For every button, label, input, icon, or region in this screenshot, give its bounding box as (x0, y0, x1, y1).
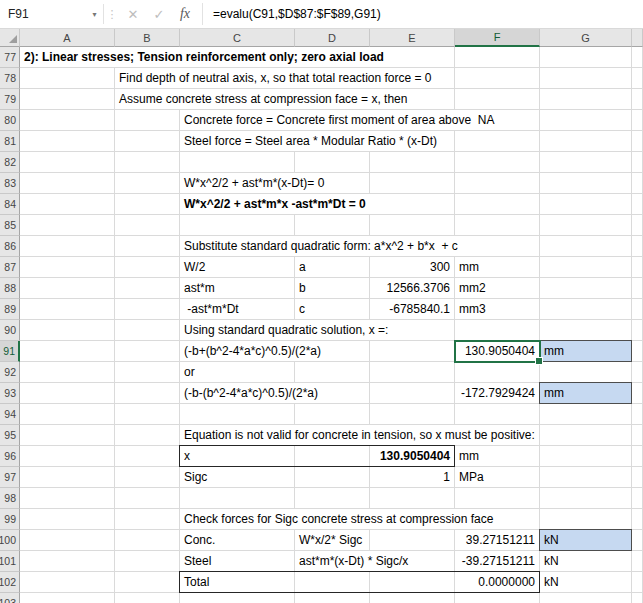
cell-F91[interactable] (455, 341, 540, 362)
cell-A82[interactable] (20, 152, 115, 173)
cell-partial-99[interactable] (632, 509, 643, 530)
cell-G99[interactable] (540, 509, 632, 530)
row-header-79[interactable]: 79 (0, 89, 20, 110)
row-header-96[interactable]: 96 (0, 446, 20, 467)
cell-D93[interactable] (295, 383, 370, 404)
cell-E102[interactable] (370, 572, 455, 593)
row-header-101[interactable]: 101 (0, 551, 20, 572)
cell-G85[interactable] (540, 215, 632, 236)
cell-C98[interactable] (180, 488, 295, 509)
cell-partial-97[interactable] (632, 467, 643, 488)
cell-D87[interactable] (295, 257, 370, 278)
cell-F79[interactable] (455, 89, 540, 110)
cell-E92[interactable] (370, 362, 455, 383)
cell-G93[interactable] (540, 383, 632, 404)
row-header-92[interactable]: 92 (0, 362, 20, 383)
row-header-98[interactable]: 98 (0, 488, 20, 509)
cell-F87[interactable] (455, 257, 540, 278)
cell-C103[interactable] (180, 593, 295, 603)
row-header-84[interactable]: 84 (0, 194, 20, 215)
cell-D100[interactable] (295, 530, 370, 551)
cancel-icon[interactable]: ✕ (120, 0, 146, 28)
cell-A80[interactable] (20, 110, 115, 131)
cell-C79[interactable] (180, 89, 295, 110)
row-header-95[interactable]: 95 (0, 425, 20, 446)
cell-partial-82[interactable] (632, 152, 643, 173)
cell-B83[interactable] (115, 173, 180, 194)
row-header-102[interactable]: 102 (0, 572, 20, 593)
cell-B97[interactable] (115, 467, 180, 488)
cell-D86[interactable] (295, 236, 370, 257)
cell-B87[interactable] (115, 257, 180, 278)
cell-D103[interactable] (295, 593, 370, 603)
cell-B94[interactable] (115, 404, 180, 425)
cell-B91[interactable] (115, 341, 180, 362)
cell-A83[interactable] (20, 173, 115, 194)
cell-C97[interactable] (180, 467, 295, 488)
column-header-D[interactable]: D (295, 29, 370, 47)
cell-G79[interactable] (540, 89, 632, 110)
cell-F101[interactable] (455, 551, 540, 572)
row-header-85[interactable]: 85 (0, 215, 20, 236)
cell-F89[interactable] (455, 299, 540, 320)
cell-D88[interactable] (295, 278, 370, 299)
cell-A86[interactable] (20, 236, 115, 257)
cell-partial-88[interactable] (632, 278, 643, 299)
cell-partial-77[interactable] (632, 47, 643, 68)
cell-D79[interactable] (295, 89, 370, 110)
cell-B80[interactable] (115, 110, 180, 131)
cell-D94[interactable] (295, 404, 370, 425)
cell-D96[interactable] (295, 446, 370, 467)
cell-E91[interactable] (370, 341, 455, 362)
cell-C87[interactable] (180, 257, 295, 278)
cell-A79[interactable] (20, 89, 115, 110)
row-header-94[interactable]: 94 (0, 404, 20, 425)
cell-D81[interactable] (295, 131, 370, 152)
row-header-100[interactable]: 100 (0, 530, 20, 551)
cell-F102[interactable] (455, 572, 540, 593)
cell-C91[interactable] (180, 341, 295, 362)
cell-G83[interactable] (540, 173, 632, 194)
cell-G84[interactable] (540, 194, 632, 215)
cell-partial-98[interactable] (632, 488, 643, 509)
cell-E81[interactable] (370, 131, 455, 152)
cell-D99[interactable] (295, 509, 370, 530)
cell-A87[interactable] (20, 257, 115, 278)
cell-E85[interactable] (370, 215, 455, 236)
cell-C100[interactable] (180, 530, 295, 551)
cell-B102[interactable] (115, 572, 180, 593)
cell-E77[interactable] (370, 47, 455, 68)
cell-partial-94[interactable] (632, 404, 643, 425)
column-header-A[interactable]: A (20, 29, 115, 47)
cell-D90[interactable] (295, 320, 370, 341)
cell-C101[interactable] (180, 551, 295, 572)
cell-partial-86[interactable] (632, 236, 643, 257)
row-header-87[interactable]: 87 (0, 257, 20, 278)
cell-G81[interactable] (540, 131, 632, 152)
cell-B88[interactable] (115, 278, 180, 299)
cell-C99[interactable] (180, 509, 295, 530)
cell-E100[interactable] (370, 530, 455, 551)
cell-F85[interactable] (455, 215, 540, 236)
column-header-partial[interactable] (632, 29, 643, 47)
cell-A91[interactable] (20, 341, 115, 362)
cell-C78[interactable] (180, 68, 295, 89)
cell-B81[interactable] (115, 131, 180, 152)
select-all-button[interactable] (0, 29, 20, 47)
cell-A99[interactable] (20, 509, 115, 530)
cell-F93[interactable] (455, 383, 540, 404)
cell-D91[interactable] (295, 341, 370, 362)
cell-A85[interactable] (20, 215, 115, 236)
name-box-dropdown-icon[interactable]: ▾ (86, 0, 103, 28)
cell-partial-78[interactable] (632, 68, 643, 89)
cell-partial-92[interactable] (632, 362, 643, 383)
cell-F86[interactable] (455, 236, 540, 257)
cell-B98[interactable] (115, 488, 180, 509)
cell-partial-96[interactable] (632, 446, 643, 467)
cell-A95[interactable] (20, 425, 115, 446)
cell-partial-80[interactable] (632, 110, 643, 131)
cell-F98[interactable] (455, 488, 540, 509)
cell-E78[interactable] (370, 68, 455, 89)
cell-C93[interactable] (180, 383, 295, 404)
cell-F94[interactable] (455, 404, 540, 425)
